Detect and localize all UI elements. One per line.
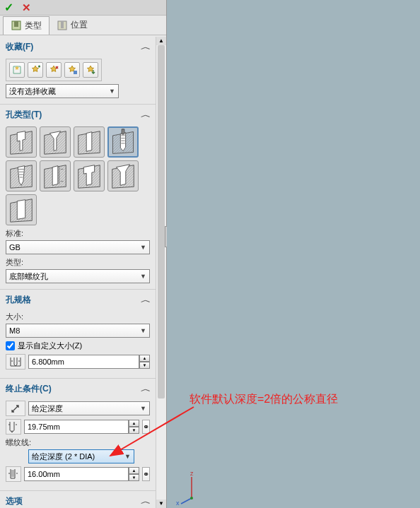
hole-type-slot[interactable] (6, 194, 37, 225)
hole-type-tapered-tap[interactable] (6, 160, 37, 191)
view-triad: z x (174, 470, 209, 505)
chevron-down-icon: ▼ (109, 88, 115, 95)
spin-up[interactable]: ▲ (139, 355, 150, 362)
svg-text:z: z (190, 470, 194, 477)
svg-rect-1 (14, 21, 18, 27)
svg-rect-3 (61, 21, 64, 28)
section-end-condition: 终止条件(C) ︿ 给定深度 ▼ ▲▼ ⚭ 螺纹线: 给定深度 ( (0, 379, 156, 491)
svg-text:x: x (176, 500, 180, 505)
chevron-up-icon: ︿ (141, 42, 151, 52)
custom-size-checkbox-row[interactable]: 显示自定义大小(Z) (6, 341, 150, 351)
favorites-header[interactable]: 收藏(F) ︿ (6, 40, 150, 56)
fav-delete-button[interactable] (46, 62, 62, 78)
annotation-text: 软件默认深度=2倍的公称直径 (189, 392, 338, 407)
chevron-up-icon: ︿ (141, 496, 151, 507)
chevron-down-icon: ▼ (140, 405, 146, 412)
confirm-bar: ✓ ✕ (0, 0, 166, 16)
section-hole-type: 孔类型(T) ︿ 标准: GB ▼ 类型: 底部螺纹孔 (0, 105, 156, 290)
type-tab-icon (11, 20, 22, 31)
thread-depth-icon (6, 466, 21, 482)
ok-icon[interactable]: ✓ (4, 1, 13, 14)
thread-link-button[interactable]: ⚭ (142, 467, 150, 481)
thread-mode-dropdown[interactable]: 给定深度 (2 * DIA) ▼ (28, 449, 134, 463)
fav-load-button[interactable] (83, 62, 98, 78)
chevron-down-icon: ▼ (140, 244, 146, 251)
thread-depth-input[interactable] (24, 467, 129, 481)
section-favorites: 收藏(F) ︿ 没有选择收藏 ▼ (0, 37, 156, 105)
holespec-header[interactable]: 孔规格 ︿ (6, 293, 150, 309)
custom-size-checkbox[interactable] (6, 341, 15, 350)
depth-link-button[interactable]: ⚭ (142, 420, 150, 434)
holetype-header[interactable]: 孔类型(T) ︿ (6, 107, 150, 124)
options-header[interactable]: 选项 ︿ (6, 494, 150, 508)
hole-type-hole[interactable] (74, 126, 105, 158)
svg-rect-4 (74, 71, 77, 74)
size-label: 大小: (6, 312, 150, 322)
diameter-input[interactable] (28, 355, 139, 369)
property-panel: ✓ ✕ 类型 位置 收藏(F) ︿ (0, 0, 167, 508)
diameter-icon (6, 354, 25, 370)
viewport-3d[interactable]: 软件默认深度=2倍的公称直径 z x (167, 0, 420, 508)
depth-input[interactable] (24, 420, 129, 434)
tab-type[interactable]: 类型 (3, 16, 49, 35)
panel-scrollbar[interactable]: ▲ ▼ (156, 37, 166, 508)
position-tab-icon (57, 20, 68, 31)
scroll-thumb[interactable] (158, 45, 165, 398)
tab-position-label: 位置 (71, 19, 88, 31)
fav-add-button[interactable] (28, 62, 43, 78)
thread-depth-field[interactable]: ▲▼ (24, 467, 139, 481)
section-options: 选项 ︿ (0, 491, 156, 508)
hole-type-grid (6, 126, 150, 225)
type-dropdown[interactable]: 底部螺纹孔 ▼ (6, 269, 150, 283)
tabs-row: 类型 位置 (0, 16, 166, 35)
depth-mode-dropdown[interactable]: 给定深度 ▼ (28, 401, 150, 415)
hole-type-cbore-slot[interactable] (74, 160, 105, 191)
size-dropdown[interactable]: M8 ▼ (6, 324, 150, 338)
spin-down[interactable]: ▼ (129, 474, 139, 481)
scroll-up[interactable]: ▲ (156, 37, 166, 45)
hole-type-legacy[interactable] (40, 160, 71, 191)
diameter-field[interactable]: ▲▼ (28, 355, 150, 369)
svg-point-10 (190, 497, 193, 500)
chevron-down-icon: ▼ (124, 453, 131, 460)
thread-label: 螺纹线: (6, 437, 150, 448)
type-label: 类型: (6, 257, 150, 268)
standard-label: 标准: (6, 228, 150, 239)
chevron-up-icon: ︿ (141, 110, 151, 120)
fav-manage-button[interactable] (9, 62, 25, 78)
endcond-header[interactable]: 终止条件(C) ︿ (6, 382, 150, 398)
spin-down[interactable]: ▼ (129, 427, 139, 434)
fav-save-button[interactable] (64, 62, 80, 78)
section-hole-spec: 孔规格 ︿ 大小: M8 ▼ 显示自定义大小(Z) ▲▼ (0, 290, 156, 379)
spin-down[interactable]: ▼ (139, 362, 150, 369)
hole-type-csink-slot[interactable] (107, 160, 139, 191)
svg-line-7 (181, 498, 192, 504)
spin-up[interactable]: ▲ (129, 467, 139, 474)
hole-type-countersink[interactable] (40, 126, 71, 158)
chevron-up-icon: ︿ (141, 384, 151, 394)
drill-depth-icon (6, 419, 21, 435)
standard-dropdown[interactable]: GB ▼ (6, 240, 150, 254)
chevron-down-icon: ▼ (140, 327, 146, 334)
reverse-direction-icon[interactable] (6, 401, 25, 416)
spin-up[interactable]: ▲ (129, 420, 139, 427)
tab-type-label: 类型 (25, 20, 42, 32)
depth-field[interactable]: ▲▼ (24, 420, 139, 434)
hole-type-counterbore[interactable] (6, 126, 37, 158)
chevron-down-icon: ▼ (140, 273, 146, 280)
hole-type-straight-tap[interactable] (107, 126, 139, 158)
scroll-down[interactable]: ▼ (156, 500, 166, 508)
cancel-icon[interactable]: ✕ (22, 1, 31, 14)
chevron-up-icon: ︿ (141, 295, 151, 305)
favorites-dropdown[interactable]: 没有选择收藏 ▼ (6, 84, 119, 98)
tab-position[interactable]: 位置 (49, 16, 95, 34)
